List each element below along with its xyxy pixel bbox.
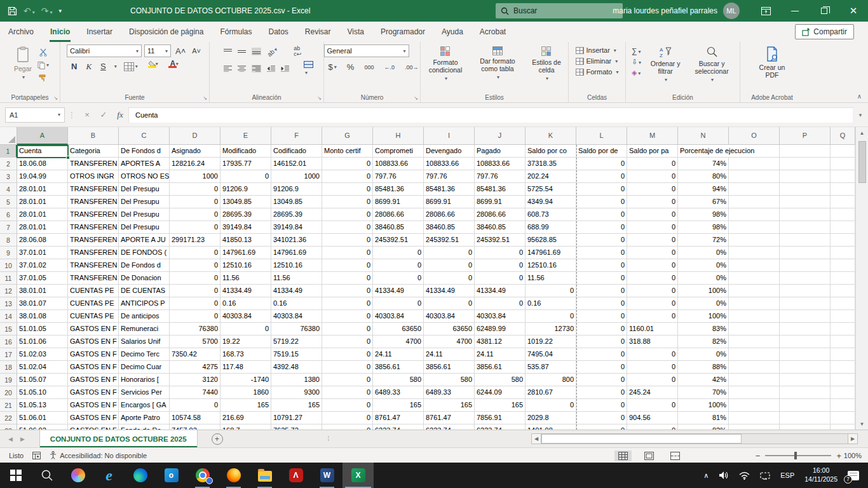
column-header-K[interactable]: K	[526, 127, 576, 145]
cell-E23[interactable]: 168.7	[220, 424, 271, 430]
row-header-16[interactable]: 16	[0, 336, 17, 348]
cell-C12[interactable]: DE CUENTAS	[119, 285, 170, 297]
number-format-select[interactable]: General▾	[324, 44, 409, 57]
cell-E22[interactable]: 216.69	[220, 412, 271, 424]
cell-E3[interactable]: 0	[220, 170, 271, 183]
cell-M6[interactable]: 0	[627, 208, 678, 221]
notification-center-icon[interactable]: 7	[848, 471, 859, 480]
undo-icon[interactable]: ↶▾	[24, 6, 35, 16]
cell-H1[interactable]: Comprometi	[373, 145, 424, 158]
cell-A22[interactable]: 51.06.01	[17, 412, 68, 424]
customize-toolbar-icon[interactable]: ▾	[59, 8, 62, 14]
cell-K9[interactable]: 147961.69	[526, 247, 576, 259]
cell-E18[interactable]: 117.48	[220, 361, 271, 374]
column-header-B[interactable]: B	[68, 127, 119, 145]
cell-E19[interactable]: -1740	[220, 374, 271, 386]
cell-I8[interactable]: 245392.51	[424, 234, 475, 247]
cell-A21[interactable]: 51.05.13	[17, 399, 68, 412]
cell-K14[interactable]: 0	[526, 310, 576, 323]
cell-B12[interactable]: CUENTAS PE	[68, 285, 119, 297]
cell-B22[interactable]: GASTOS EN F	[68, 412, 119, 424]
cell-J17[interactable]: 24.11	[475, 348, 526, 361]
cell-G21[interactable]: 0	[322, 399, 373, 412]
cell-E21[interactable]: 165	[220, 399, 271, 412]
clear-icon[interactable]: ◈▾	[632, 69, 641, 77]
cell-B13[interactable]: CUENTAS PE	[68, 297, 119, 310]
percent-format-icon[interactable]: %	[345, 61, 356, 73]
cell-I4[interactable]: 85481.36	[424, 183, 475, 196]
zoom-percentage[interactable]: 100%	[844, 448, 862, 463]
cell-D2[interactable]: 128216.24	[170, 158, 220, 170]
cell-L15[interactable]: 0	[576, 323, 627, 336]
cell-L7[interactable]: 0	[576, 221, 627, 234]
cell-D3[interactable]: 1000	[170, 170, 220, 183]
cell-E4[interactable]: 91206.9	[220, 183, 271, 196]
cell-N8[interactable]: 72%	[678, 234, 729, 247]
cell-F2[interactable]: 146152.01	[271, 158, 322, 170]
cell-O9[interactable]	[729, 247, 780, 259]
cell-O21[interactable]	[729, 399, 780, 412]
cell-J7[interactable]: 38460.85	[475, 221, 526, 234]
cell-Q17[interactable]	[831, 348, 855, 361]
cell-A20[interactable]: 51.05.10	[17, 386, 68, 399]
cell-I9[interactable]: 0	[424, 247, 475, 259]
cell-H10[interactable]: 0	[373, 259, 424, 272]
cell-C22[interactable]: Aporte Patro	[119, 412, 170, 424]
cell-D9[interactable]: 0	[170, 247, 220, 259]
cell-C10[interactable]: De Fondos d	[119, 259, 170, 272]
cell-N19[interactable]: 42%	[678, 374, 729, 386]
cell-B1[interactable]: Categoria	[68, 145, 119, 158]
align-top-icon[interactable]	[224, 48, 232, 55]
row-header-9[interactable]: 9	[0, 247, 17, 259]
font-dialog-launcher-icon[interactable]: ↘	[203, 95, 207, 101]
cell-N11[interactable]: 0%	[678, 272, 729, 285]
cell-C7[interactable]: Del Presupu	[119, 221, 170, 234]
cell-P5[interactable]	[780, 196, 831, 208]
row-header-18[interactable]: 18	[0, 361, 17, 374]
cell-J19[interactable]: 580	[475, 374, 526, 386]
cell-B11[interactable]: TRANSFEREN	[68, 272, 119, 285]
cell-F13[interactable]: 0.16	[271, 297, 322, 310]
horizontal-scroll-track[interactable]	[541, 433, 848, 444]
column-header-N[interactable]: N	[678, 127, 729, 145]
excel-button[interactable]: X	[342, 463, 374, 488]
cell-A5[interactable]: 28.01.01	[17, 196, 68, 208]
cell-Q12[interactable]	[831, 285, 855, 297]
cell-A23[interactable]: 51.06.02	[17, 424, 68, 430]
cell-G22[interactable]: 0	[322, 412, 373, 424]
cell-O12[interactable]	[729, 285, 780, 297]
cell-K18[interactable]: 535.87	[526, 361, 576, 374]
cell-L8[interactable]: 0	[576, 234, 627, 247]
cell-J6[interactable]: 28086.66	[475, 208, 526, 221]
clock[interactable]: 16:0014/11/2025	[804, 466, 837, 484]
cell-H2[interactable]: 108833.66	[373, 158, 424, 170]
cell-B7[interactable]: TRANSFEREN	[68, 221, 119, 234]
cell-G8[interactable]: 0	[322, 234, 373, 247]
cell-C23[interactable]: Fondo de Re	[119, 424, 170, 430]
cell-N2[interactable]: 74%	[678, 158, 729, 170]
row-header-1[interactable]: 1	[0, 145, 17, 158]
tab-archivo[interactable]: Archivo	[0, 22, 42, 42]
cell-H4[interactable]: 85481.36	[373, 183, 424, 196]
cell-D11[interactable]: 0	[170, 272, 220, 285]
insert-function-icon[interactable]: fx	[112, 110, 128, 120]
cell-A15[interactable]: 51.01.05	[17, 323, 68, 336]
cell-F4[interactable]: 91206.9	[271, 183, 322, 196]
word-button[interactable]: W	[311, 463, 342, 488]
column-header-E[interactable]: E	[220, 127, 271, 145]
cell-M9[interactable]: 0	[627, 247, 678, 259]
cell-M5[interactable]: 0	[627, 196, 678, 208]
cell-Q18[interactable]	[831, 361, 855, 374]
cell-C14[interactable]: De anticipos	[119, 310, 170, 323]
cell-H18[interactable]: 3856.61	[373, 361, 424, 374]
file-explorer-button[interactable]	[249, 463, 280, 488]
cell-J11[interactable]: 0	[475, 272, 526, 285]
cell-E13[interactable]: 0.16	[220, 297, 271, 310]
cell-L3[interactable]: 0	[576, 170, 627, 183]
cell-E8[interactable]: 41850.13	[220, 234, 271, 247]
cell-C21[interactable]: Encargos [ GA	[119, 399, 170, 412]
expand-formula-bar-icon[interactable]: ▾	[853, 112, 868, 118]
row-header-13[interactable]: 13	[0, 297, 17, 310]
cell-G20[interactable]: 0	[322, 386, 373, 399]
cell-D21[interactable]: 0	[170, 399, 220, 412]
